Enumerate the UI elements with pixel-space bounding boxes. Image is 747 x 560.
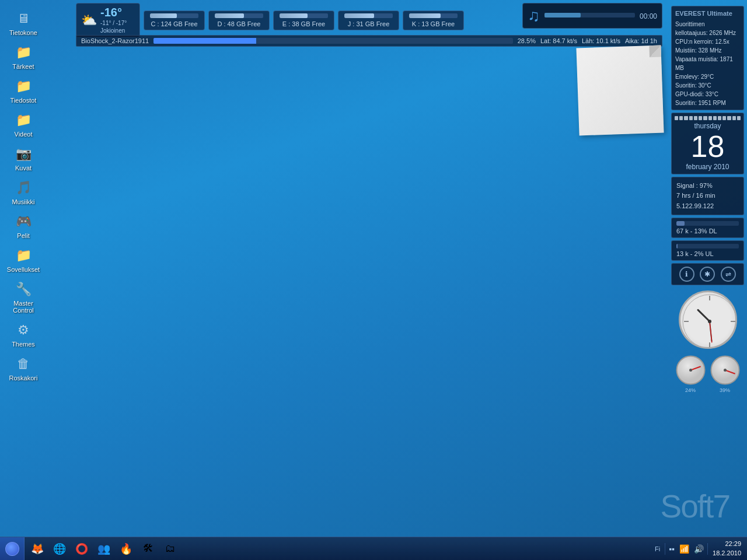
tray-divider-1 (665, 543, 665, 555)
ctrl-asterisk-icon[interactable]: ✱ (700, 267, 715, 282)
icon-label-musiikki: Musiikki (12, 198, 34, 205)
disk-e-widget[interactable]: E : 38 GB Free (273, 10, 334, 30)
taskbar-app5[interactable]: 🔥 (116, 538, 137, 559)
disk-k-bar-track (409, 13, 458, 18)
disk-c-bar-track (150, 13, 198, 18)
icon-label-tiedostot: Tiedostot (11, 97, 37, 104)
everest-line-3: CPU:n kerroin: 12.5x (675, 37, 740, 46)
ctrl-info-icon[interactable]: ℹ (679, 267, 694, 282)
icon-tarkeet[interactable]: 📁 Tärkeet (2, 40, 44, 74)
svg-line-7 (710, 321, 712, 342)
taskbar-app7[interactable]: 🗂 (160, 538, 181, 559)
clock-time: 22:29 (713, 540, 741, 548)
tray-icon-volume[interactable]: 🔊 (693, 544, 705, 554)
everest-line-5: Vapaata muistia: 1871 MB (675, 55, 740, 72)
signal-widget: Signal : 97% 7 hrs / 16 min 5.122.99.122 (671, 177, 744, 216)
taskbar-right: Fi ▪▪ 📶 🔊 22:29 18.2.2010 (649, 537, 747, 561)
icon-master-control[interactable]: 🔧 MasterControl (2, 276, 44, 317)
taskbar-firefox[interactable]: 🦊 (27, 538, 48, 559)
everest-title: EVEREST Ultimate (675, 9, 740, 19)
calendar-widget: thursday 18 february 2010 (671, 113, 744, 174)
disk-d-label: D : 48 GB Free (215, 20, 263, 27)
download-speed-ul: Läh: 10.1 kt/s (582, 37, 620, 44)
ul-speed-bar-track (676, 244, 739, 249)
gauge-row: 24% 39% (671, 354, 744, 386)
weather-icon: ⛅ (81, 13, 97, 28)
controls-widget[interactable]: ℹ ✱ ⇌ (671, 263, 744, 285)
download-time: Aika: 1d 1h (625, 37, 657, 44)
icon-label-pelit: Pelit (17, 232, 29, 239)
disk-e-bar-track (280, 13, 328, 18)
disk-d-widget[interactable]: D : 48 GB Free (208, 10, 270, 30)
weather-widget[interactable]: ⛅ -16° -11° / -17° Jokioinen (76, 3, 140, 37)
disk-k-label: K : 13 GB Free (409, 20, 458, 27)
icon-musiikki[interactable]: 🎵 Musiikki (2, 175, 44, 209)
disk-j-label: J : 31 GB Free (344, 20, 393, 27)
music-widget[interactable]: ♫ 00:00 (522, 3, 662, 29)
everest-line-7: Suoritin: 30°C (675, 81, 740, 90)
taskbar-opera[interactable]: ⭕ (71, 538, 92, 559)
music-note-icon: ♫ (528, 6, 540, 25)
icon-tietokone[interactable]: 🖥 Tietokone (2, 6, 44, 40)
signal-uptime: 7 hrs / 16 min (676, 191, 739, 201)
wrench-icon: 🔧 (14, 280, 33, 299)
gear-icon: ⚙ (14, 321, 33, 340)
weather-sub: -11° / -17° Jokioinen (100, 19, 127, 34)
icon-sovellukset[interactable]: 📁 Sovellukset (2, 243, 44, 276)
cal-month: february 2010 (675, 163, 741, 171)
computer-icon: 🖥 (14, 9, 33, 28)
icon-label-videot: Videot (15, 131, 33, 138)
disk-j-widget[interactable]: J : 31 GB Free (338, 10, 399, 30)
icon-label-kuvat: Kuvat (15, 164, 32, 172)
icon-pelit[interactable]: 🎮 Pelit (2, 209, 44, 243)
cal-day-num: 18 (675, 131, 741, 162)
clock-display[interactable]: 22:29 18.2.2010 (710, 540, 743, 558)
clock-date: 18.2.2010 (713, 549, 741, 558)
taskbar-app6[interactable]: 🛠 (138, 538, 159, 559)
icon-label-tarkeet: Tärkeet (12, 63, 34, 70)
tray-icon-network[interactable]: 📶 (678, 544, 690, 554)
taskbar-users[interactable]: 👥 (93, 538, 114, 559)
download-name: BioShock_2-Razor1911 (81, 37, 149, 44)
weather-temp: -16° (100, 6, 127, 19)
dl-speed-bar-fill (676, 221, 685, 226)
music-icon: 🎵 (14, 178, 33, 197)
icon-label-sovellukset: Sovellukset (7, 266, 40, 273)
signal-ip: 5.122.99.122 (676, 201, 739, 212)
icon-label-master-control: MasterControl (13, 300, 33, 314)
icon-roskakori[interactable]: 🗑 Roskakori (2, 351, 44, 385)
soft7-logo: Soft7 (661, 488, 729, 525)
ctrl-swap-icon[interactable]: ⇌ (721, 267, 736, 282)
icon-tiedostot[interactable]: 📁 Tiedostot (2, 74, 44, 107)
everest-line-1: Suorittimen (675, 20, 740, 29)
icon-videot[interactable]: 📁 Videot (2, 107, 44, 141)
upload-speed-widget: 13 k - 2% UL (671, 240, 744, 261)
folder-icon-2: 📁 (14, 77, 33, 96)
trash-icon: 🗑 (14, 355, 33, 373)
folder-icon-4: 📁 (14, 246, 33, 265)
everest-line-4: Muistiin: 328 MHz (675, 46, 740, 55)
everest-line-8: GPU-diodi: 33°C (675, 90, 740, 99)
tray-divider-2 (707, 543, 708, 555)
cal-dots (675, 116, 741, 120)
taskbar: 🦊 🌐 ⭕ 👥 🔥 🛠 🗂 Fi ▪▪ 📶 🔊 22:29 18.2.2010 (0, 537, 747, 560)
analog-clock (679, 290, 737, 349)
folder-icon-3: 📁 (14, 111, 33, 130)
icon-themes[interactable]: ⚙ Themes (2, 317, 44, 351)
clock-face (679, 290, 737, 349)
icon-kuvat[interactable]: 📷 Kuvat (2, 141, 44, 175)
music-time: 00:00 (640, 12, 657, 20)
gauge1-label: 24% (675, 387, 707, 393)
music-info (544, 13, 635, 19)
disk-k-widget[interactable]: K : 13 GB Free (403, 10, 464, 30)
folder-icon-1: 📁 (14, 43, 33, 62)
icon-label-themes: Themes (12, 341, 35, 348)
desktop-icons: 🖥 Tietokone 📁 Tärkeet 📁 Tiedostot 📁 Vide… (0, 0, 47, 385)
disk-c-label: C : 124 GB Free (150, 20, 198, 27)
start-button[interactable] (0, 537, 25, 561)
tray-icon-1[interactable]: ▪▪ (668, 544, 676, 554)
disk-c-widget[interactable]: C : 124 GB Free (144, 10, 205, 30)
taskbar-chrome[interactable]: 🌐 (49, 538, 70, 559)
right-sidebar: EVEREST Ultimate Suorittimen kellotaajuu… (668, 3, 747, 389)
sticky-note (576, 46, 664, 136)
